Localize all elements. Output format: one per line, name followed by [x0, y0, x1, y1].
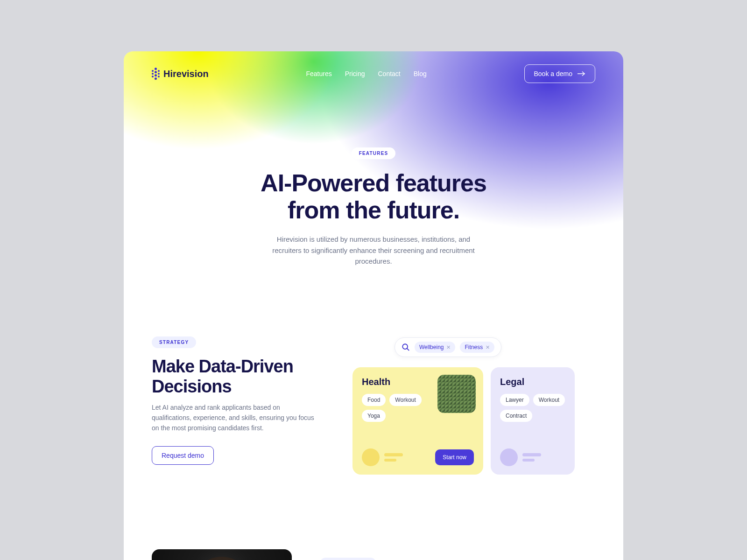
feature-integrations: INTEGRATIONS Easily integrate your	[124, 475, 623, 560]
card-legal[interactable]: Legal Lawyer Workout Contract	[491, 367, 575, 475]
search-tag-wellbeing[interactable]: Wellbeing ✕	[415, 342, 455, 353]
nav-contact[interactable]: Contact	[378, 70, 400, 77]
cards-illustration: Wellbeing ✕ Fitness ✕ Health Food Workou…	[348, 336, 595, 475]
book-demo-button[interactable]: Book a demo	[524, 64, 596, 83]
vr-headset-image	[152, 549, 292, 560]
main-nav: Features Pricing Contact Blog	[306, 70, 426, 77]
search-tag-fitness[interactable]: Fitness ✕	[460, 342, 494, 353]
svg-point-1	[402, 344, 408, 349]
nav-features[interactable]: Features	[306, 70, 331, 77]
feature1-body: Let AI analyze and rank applicants based…	[152, 403, 320, 433]
card-legal-title: Legal	[500, 377, 565, 387]
chip-food[interactable]: Food	[362, 394, 386, 406]
chip-yoga[interactable]: Yoga	[362, 410, 386, 422]
nav-blog[interactable]: Blog	[414, 70, 427, 77]
header: Hirevision Features Pricing Contact Blog…	[124, 51, 623, 96]
placeholder-lines	[384, 453, 430, 462]
avatar	[500, 448, 518, 466]
request-demo-button[interactable]: Request demo	[152, 446, 214, 465]
hero-subtitle: Hirevision is utilized by numerous busin…	[266, 234, 481, 266]
chip-contract[interactable]: Contract	[500, 410, 532, 422]
close-icon[interactable]: ✕	[486, 344, 490, 350]
placeholder-lines	[522, 453, 565, 462]
nav-pricing[interactable]: Pricing	[345, 70, 365, 77]
hero-pill: FEATURES	[352, 147, 396, 159]
search-pill[interactable]: Wellbeing ✕ Fitness ✕	[395, 337, 501, 357]
logo-mark-icon	[152, 68, 160, 80]
brand-name: Hirevision	[163, 69, 209, 79]
chip-workout2[interactable]: Workout	[533, 394, 565, 406]
chip-lawyer[interactable]: Lawyer	[500, 394, 529, 406]
integrations-pill: INTEGRATIONS	[320, 558, 376, 560]
cta-label: Book a demo	[534, 70, 573, 77]
avatar	[362, 448, 380, 466]
feature-strategy: STRATEGY Make Data-Driven Decisions Let …	[124, 266, 623, 475]
strategy-pill: STRATEGY	[152, 336, 196, 348]
close-icon[interactable]: ✕	[446, 344, 451, 350]
svg-line-2	[407, 349, 409, 351]
hero-title: AI-Powered features from the future.	[152, 169, 595, 224]
logo[interactable]: Hirevision	[152, 68, 209, 80]
hero: FEATURES AI-Powered features from the fu…	[124, 96, 623, 266]
chip-workout[interactable]: Workout	[389, 394, 421, 406]
arrow-right-icon	[577, 71, 585, 77]
search-icon	[402, 343, 410, 351]
card-health[interactable]: Health Food Workout Yoga Start	[352, 367, 483, 475]
start-now-button[interactable]: Start now	[435, 449, 474, 465]
feature1-title: Make Data-Driven Decisions	[152, 357, 329, 396]
food-image	[437, 375, 476, 413]
